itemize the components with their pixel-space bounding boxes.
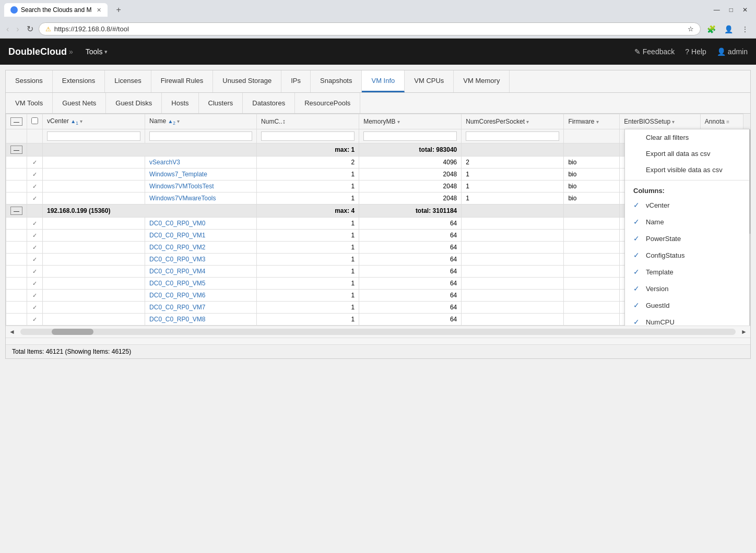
tab-resource-pools[interactable]: ResourcePools [295,93,360,113]
bookmark-icon[interactable]: ☆ [688,25,694,33]
group1-expand-button[interactable]: — [10,146,22,154]
group2-expand-button[interactable]: — [10,207,22,215]
row-checkbox-cell[interactable]: ✓ [27,290,43,302]
dropdown-item-col-configstatus[interactable]: ✓ConfigStatus [625,247,749,263]
th-expand[interactable]: — [6,114,27,129]
menu-button[interactable]: ⋮ [738,23,752,35]
dropdown-item-col-template[interactable]: ✓Template [625,263,749,280]
tab-vm-info[interactable]: VM Info [362,70,405,92]
feedback-button[interactable]: ✎ Feedback [634,47,675,56]
group1-expand-cell[interactable]: — [6,143,27,157]
th-firmware[interactable]: Firmware ▾ [564,114,620,129]
row-checkbox-cell[interactable]: ✓ [27,157,43,169]
ncs-filter-input[interactable] [466,131,559,141]
filter-memorymb[interactable] [359,129,462,143]
group2-expand-cell[interactable]: — [6,205,27,218]
name-filter-input[interactable] [149,131,252,141]
vm-name-link[interactable]: DC0_C0_RP0_VM7 [149,304,205,311]
win-maximize-button[interactable]: □ [725,4,737,16]
win-minimize-button[interactable]: — [710,4,724,16]
tab-extensions[interactable]: Extensions [53,70,105,92]
memory-filter-input[interactable] [363,131,457,141]
tab-snapshots[interactable]: Snapshots [311,70,362,92]
row-name-cell[interactable]: DC0_C0_RP0_VM8 [145,314,257,326]
vm-name-link[interactable]: DC0_C0_RP0_VM4 [149,268,205,275]
nav-tools[interactable]: Tools ▾ [79,47,114,56]
tab-clusters[interactable]: Clusters [199,93,243,113]
new-tab-button[interactable]: + [112,3,125,17]
row-name-cell[interactable]: DC0_C0_RP0_VM6 [145,290,257,302]
th-checkbox[interactable] [27,114,43,129]
tab-guest-disks[interactable]: Guest Disks [106,93,162,113]
row-checkbox-cell[interactable]: ✓ [27,302,43,314]
vm-name-link[interactable]: DC0_C0_RP0_VM3 [149,256,205,263]
filter-numcpu[interactable] [257,129,359,143]
vm-name-link[interactable]: Windows7_Template [149,171,207,178]
dropdown-item-col-version[interactable]: ✓Version [625,280,749,297]
row-name-cell[interactable]: DC0_C0_RP0_VM3 [145,254,257,266]
bios-filter-icon[interactable]: ▾ [672,119,675,125]
memory-filter-icon[interactable]: ▾ [397,119,400,125]
row-name-cell[interactable]: DC0_C0_RP0_VM4 [145,266,257,278]
row-name-cell[interactable]: DC0_C0_RP0_VM0 [145,218,257,230]
vm-name-link[interactable]: DC0_C0_RP0_VM1 [149,232,205,239]
forward-button[interactable]: › [14,22,21,36]
vm-name-link[interactable]: DC0_C0_RP0_VM5 [149,280,205,287]
row-name-cell[interactable]: DC0_C0_RP0_VM7 [145,302,257,314]
win-close-button[interactable]: ✕ [738,4,752,16]
dropdown-item-col-numcpu[interactable]: ✓NumCPU [625,314,749,326]
tab-vm-tools[interactable]: VM Tools [6,93,53,113]
back-button[interactable]: ‹ [4,22,11,36]
row-checkbox-cell[interactable]: ✓ [27,278,43,290]
admin-button[interactable]: 👤 admin [717,47,748,56]
hscroll-right-button[interactable]: ► [738,327,750,336]
row-checkbox-cell[interactable]: ✓ [27,314,43,326]
profile-button[interactable]: 👤 [721,23,736,35]
vm-name-link[interactable]: DC0_C0_RP0_VM2 [149,244,205,251]
ncs-filter-icon[interactable]: ▾ [526,119,529,125]
browser-tab[interactable]: Search the Clouds and M ✕ [4,3,108,17]
numcpu-filter-input[interactable] [261,131,355,141]
vcenter-filter-icon[interactable]: ▾ [80,118,82,124]
hscroll-left-button[interactable]: ◄ [6,327,18,336]
tab-licenses[interactable]: Licenses [105,70,151,92]
tab-vm-cpus[interactable]: VM CPUs [405,70,454,92]
th-numcpu[interactable]: NumC..↕ [257,114,359,129]
table-scroll-area[interactable]: — vCenter ▲1 ▾ Name ▲2 ▾ NumC..↕ [6,114,750,326]
row-name-cell[interactable]: DC0_C0_RP0_VM5 [145,278,257,290]
th-memorymb[interactable]: MemoryMB ▾ [359,114,462,129]
row-checkbox-cell[interactable]: ✓ [27,230,43,242]
vcenter-filter-input[interactable] [47,131,140,141]
dropdown-item-export-visible-csv[interactable]: Export visible data as csv [625,162,749,178]
row-checkbox-cell[interactable]: ✓ [27,266,43,278]
firmware-filter-icon[interactable]: ▾ [596,119,599,125]
address-bar[interactable]: ⚠ https://192.168.0.8/#/tool ☆ [39,22,701,35]
refresh-button[interactable]: ↻ [25,22,36,36]
tab-datastores[interactable]: Datastores [243,93,295,113]
row-checkbox-cell[interactable]: ✓ [27,181,43,193]
dropdown-item-clear-filters[interactable]: Clear all filters [625,129,749,146]
annota-filter-icon[interactable]: ≡ [726,119,729,125]
tab-firewall-rules[interactable]: Firewall Rules [151,70,214,92]
help-button[interactable]: ? Help [685,47,706,56]
filter-name[interactable] [145,129,257,143]
vm-name-link[interactable]: Windows7VMToolsTest [149,183,214,190]
row-checkbox-cell[interactable]: ✓ [27,193,43,205]
row-checkbox-cell[interactable]: ✓ [27,254,43,266]
filter-vcenter[interactable] [43,129,145,143]
vm-name-link[interactable]: DC0_C0_RP0_VM8 [149,316,205,323]
hscroll-thumb[interactable] [52,329,93,335]
vm-name-link[interactable]: Windows7VMwareTools [149,195,216,202]
tab-vm-memory[interactable]: VM Memory [454,70,510,92]
row-name-cell[interactable]: DC0_C0_RP0_VM2 [145,242,257,254]
filter-ncs[interactable] [462,129,564,143]
row-checkbox-cell[interactable]: ✓ [27,218,43,230]
th-enterbiosexsetup[interactable]: EnterBIOSSetup ▾ [620,114,701,129]
hscroll-track[interactable] [20,329,736,335]
extensions-button[interactable]: 🧩 [704,23,719,35]
dropdown-item-col-vcenter[interactable]: ✓vCenter [625,197,749,213]
row-name-cell[interactable]: Windows7VMwareTools [145,193,257,205]
name-filter-icon[interactable]: ▾ [177,118,180,124]
select-all-checkbox[interactable] [31,117,38,124]
tab-close-icon[interactable]: ✕ [97,7,101,14]
